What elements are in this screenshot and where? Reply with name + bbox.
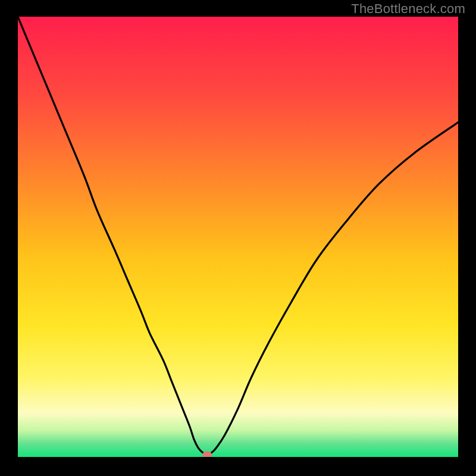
plot-svg <box>18 17 458 457</box>
watermark-text: TheBottleneck.com <box>351 1 465 17</box>
gradient-background <box>18 17 458 457</box>
chart-frame: TheBottleneck.com <box>0 0 476 476</box>
bottleneck-plot <box>18 17 458 457</box>
